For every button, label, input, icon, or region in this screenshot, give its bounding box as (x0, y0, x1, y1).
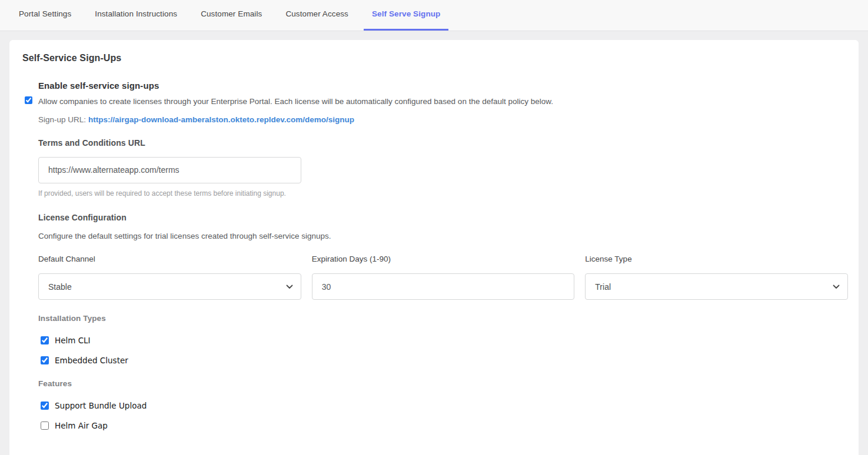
feature-option-support-bundle-upload: Support Bundle Upload (38, 401, 848, 410)
enable-signups-row: Allow companies to create licenses throu… (25, 96, 848, 124)
support-bundle-upload-label[interactable]: Support Bundle Upload (55, 401, 147, 410)
installation-type-option-embedded-cluster: Embedded Cluster (38, 356, 848, 365)
helm-air-gap-label[interactable]: Helm Air Gap (55, 421, 108, 430)
enable-signups-heading: Enable self-service sign-ups (38, 81, 848, 91)
installation-types-heading: Installation Types (38, 314, 848, 323)
terms-url-helper-text: If provided, users will be required to a… (38, 189, 848, 198)
embedded-cluster-label[interactable]: Embedded Cluster (55, 356, 128, 365)
signup-url-link[interactable]: https://airgap-download-amberalston.okte… (88, 115, 354, 124)
default-channel-label: Default Channel (38, 255, 301, 263)
tab-installation-instructions[interactable]: Installation Instructions (87, 0, 185, 31)
page-title: Self-Service Sign-Ups (22, 53, 848, 63)
license-configuration-description: Configure the default settings for trial… (38, 230, 848, 242)
tab-self-serve-signup[interactable]: Self Serve Signup (364, 0, 448, 31)
features-heading: Features (38, 379, 848, 388)
helm-air-gap-checkbox[interactable] (41, 421, 49, 430)
enable-signups-description: Allow companies to create licenses throu… (38, 96, 553, 108)
support-bundle-upload-checkbox[interactable] (41, 402, 49, 410)
installation-types-list: Helm CLI Embedded Cluster (38, 336, 848, 365)
signup-url-label: Sign-up URL: (38, 115, 86, 124)
license-type-field: License Type Trial (585, 255, 848, 300)
license-config-fields: Default Channel Stable Expiration Days (… (38, 255, 848, 300)
license-configuration-heading: License Configuration (38, 213, 848, 222)
feature-option-helm-air-gap: Helm Air Gap (38, 421, 848, 430)
enable-signups-text: Allow companies to create licenses throu… (38, 96, 553, 124)
embedded-cluster-checkbox[interactable] (41, 356, 49, 364)
signup-url-line: Sign-up URL:https://airgap-download-ambe… (38, 115, 553, 124)
license-type-label: License Type (585, 255, 848, 263)
enable-signups-section: Enable self-service sign-ups Allow compa… (38, 81, 848, 430)
terms-url-input[interactable] (38, 157, 301, 183)
tab-portal-settings[interactable]: Portal Settings (11, 0, 79, 31)
default-channel-select[interactable]: Stable (38, 273, 301, 300)
terms-url-input-wrap (38, 157, 301, 183)
self-service-signups-card: Self-Service Sign-Ups Enable self-servic… (9, 40, 859, 455)
features-list: Support Bundle Upload Helm Air Gap (38, 401, 848, 430)
settings-tab-bar: Portal Settings Installation Instruction… (0, 0, 868, 31)
helm-cli-label[interactable]: Helm CLI (55, 336, 91, 345)
tab-customer-emails[interactable]: Customer Emails (192, 0, 270, 31)
terms-url-label: Terms and Conditions URL (38, 138, 848, 148)
expiration-days-input[interactable] (312, 273, 575, 300)
default-channel-field: Default Channel Stable (38, 255, 301, 300)
license-type-select[interactable]: Trial (585, 273, 848, 300)
expiration-days-label: Expiration Days (1-90) (312, 255, 575, 263)
expiration-days-field: Expiration Days (1-90) (312, 255, 575, 300)
helm-cli-checkbox[interactable] (41, 336, 49, 344)
enable-signups-checkbox[interactable] (25, 96, 32, 104)
tab-customer-access[interactable]: Customer Access (277, 0, 357, 31)
installation-type-option-helm-cli: Helm CLI (38, 336, 848, 345)
